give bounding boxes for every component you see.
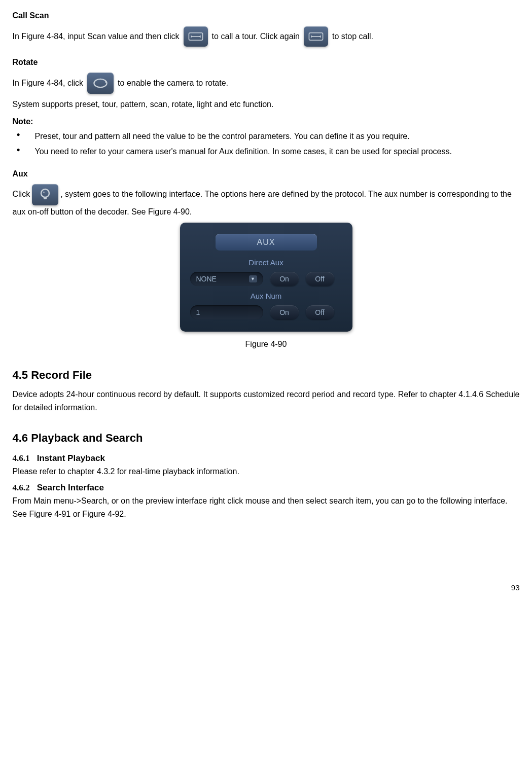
note-bullet-1: Preset, tour and pattern all need the va… — [25, 130, 520, 143]
text-scan-3: to stop call. — [332, 30, 373, 43]
text-aux-1b: , system goes to the following interface… — [13, 190, 512, 216]
rotate-support-text: System supports preset, tour, pattern, s… — [13, 98, 520, 111]
heading-rotate: Rotate — [13, 56, 520, 69]
heading-record-file: 4.5 Record File — [13, 366, 520, 384]
aux-paragraph: Click , system goes to the following int… — [13, 184, 520, 219]
figure-4-90: AUX Direct Aux NONE ▼ On Off Aux Num 1 O… — [13, 223, 520, 351]
record-file-body: Device adopts 24-hour continuous record … — [13, 388, 520, 414]
svg-point-7 — [43, 192, 44, 193]
direct-aux-off-button[interactable]: Off — [306, 272, 334, 286]
text-scan-2: to call a tour. Click again — [212, 30, 300, 43]
call-scan-paragraph: In Figure 4-84, input Scan value and the… — [13, 26, 520, 47]
note-bullet-2: You need to refer to your camera user's … — [25, 145, 520, 158]
page-number: 93 — [13, 582, 520, 594]
scan-icon — [304, 26, 328, 47]
chevron-down-icon: ▼ — [249, 275, 257, 282]
heading-search-interface: 4.6.2 Search Interface — [13, 481, 520, 494]
aux-num-off-button[interactable]: Off — [306, 305, 334, 319]
aux-panel: AUX Direct Aux NONE ▼ On Off Aux Num 1 O… — [180, 223, 352, 332]
subsection-num-2: 4.6.2 — [13, 483, 30, 492]
aux-num-label: Aux Num — [180, 288, 352, 303]
rotate-icon — [87, 73, 114, 94]
scan-icon — [184, 26, 208, 47]
subsection-title-1: Instant Playback — [37, 453, 105, 463]
heading-instant-playback: 4.6.1 Instant Playback — [13, 451, 520, 465]
aux-panel-title: AUX — [216, 234, 317, 251]
search-interface-body: From Main menu->Search, or on the previe… — [13, 494, 520, 520]
svg-point-4 — [94, 79, 107, 87]
rotate-paragraph: In Figure 4-84, click to enable the came… — [13, 73, 520, 94]
direct-aux-row: NONE ▼ On Off — [180, 270, 352, 288]
text-scan-1: In Figure 4-84, input Scan value and the… — [13, 30, 180, 43]
aux-num-on-button[interactable]: On — [270, 305, 299, 319]
direct-aux-on-button[interactable]: On — [270, 272, 299, 286]
svg-rect-6 — [44, 197, 47, 199]
aux-num-row: 1 On Off — [180, 303, 352, 322]
heading-call-scan: Call Scan — [13, 9, 520, 22]
bulb-icon — [32, 184, 58, 205]
heading-playback-search: 4.6 Playback and Search — [13, 429, 520, 447]
heading-aux: Aux — [13, 167, 520, 181]
figure-caption: Figure 4-90 — [13, 338, 520, 351]
aux-num-input[interactable]: 1 — [190, 305, 263, 319]
direct-aux-select[interactable]: NONE ▼ — [190, 272, 263, 286]
subsection-num-1: 4.6.1 — [13, 453, 30, 463]
subsection-title-2: Search Interface — [37, 483, 104, 492]
text-rotate-1: In Figure 4-84, click — [13, 77, 84, 90]
instant-playback-body: Please refer to chapter 4.3.2 for real-t… — [13, 465, 520, 478]
direct-aux-value: NONE — [196, 273, 217, 284]
svg-point-5 — [41, 189, 49, 197]
text-aux-1a: Click — [13, 190, 30, 198]
note-list: Preset, tour and pattern all need the va… — [13, 130, 520, 158]
text-rotate-2: to enable the camera to rotate. — [118, 77, 228, 90]
direct-aux-label: Direct Aux — [180, 255, 352, 270]
aux-num-value: 1 — [196, 307, 200, 318]
heading-note: Note: — [13, 115, 520, 128]
